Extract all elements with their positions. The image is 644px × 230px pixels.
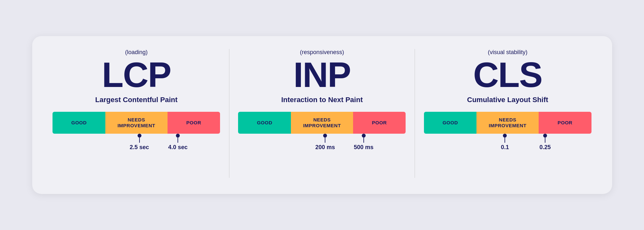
cls-poor-segment: POOR (539, 112, 591, 134)
cls-line-1 (505, 138, 505, 143)
cls-good-segment: GOOD (424, 112, 477, 134)
lcp-needs-segment: NEEDSIMPROVEMENT (105, 112, 168, 134)
inp-needs-segment: NEEDSIMPROVEMENT (291, 112, 353, 134)
inp-scale: GOOD NEEDSIMPROVEMENT POOR 200 ms 500 ms (238, 112, 406, 153)
inp-acronym: INP (293, 57, 351, 92)
inp-scale-bar: GOOD NEEDSIMPROVEMENT POOR (238, 112, 406, 134)
cls-block: (visual stability) CLS Cumulative Layout… (424, 49, 591, 153)
lcp-dot-1 (138, 134, 141, 138)
lcp-line-1 (139, 138, 140, 143)
inp-label-2: 500 ms (354, 144, 373, 151)
lcp-marker-1: 2.5 sec (130, 134, 149, 151)
lcp-markers: 2.5 sec 4.0 sec (53, 134, 220, 153)
cls-markers: 0.1 0.25 (424, 134, 591, 153)
inp-markers: 200 ms 500 ms (238, 134, 406, 153)
inp-line-2 (363, 138, 364, 143)
lcp-good-segment: GOOD (53, 112, 105, 134)
inp-good-segment: GOOD (238, 112, 291, 134)
lcp-label-1: 2.5 sec (130, 144, 149, 151)
main-card: (loading) LCP Largest Contentful Paint G… (32, 36, 612, 194)
inp-line-1 (325, 138, 325, 143)
inp-dot-1 (323, 134, 327, 138)
lcp-label-2: 4.0 sec (168, 144, 187, 151)
cls-marker-2: 0.25 (539, 134, 551, 151)
divider-1 (229, 49, 229, 178)
inp-marker-2: 500 ms (354, 134, 373, 151)
inp-fullname: Interaction to Next Paint (281, 96, 363, 104)
cls-marker-1: 0.1 (501, 134, 509, 151)
cls-label-2: 0.25 (539, 144, 551, 151)
cls-scale-bar: GOOD NEEDSIMPROVEMENT POOR (424, 112, 591, 134)
lcp-line-2 (178, 138, 178, 143)
lcp-scale-bar: GOOD NEEDSIMPROVEMENT POOR (53, 112, 220, 134)
inp-dot-2 (362, 134, 366, 138)
cls-scale: GOOD NEEDSIMPROVEMENT POOR 0.1 0.25 (424, 112, 591, 153)
lcp-dot-2 (176, 134, 180, 138)
lcp-acronym: LCP (102, 57, 171, 92)
cls-fullname: Cumulative Layout Shift (467, 96, 548, 104)
inp-poor-segment: POOR (353, 112, 406, 134)
cls-dot-1 (503, 134, 507, 138)
lcp-block: (loading) LCP Largest Contentful Paint G… (53, 49, 220, 153)
divider-2 (415, 49, 415, 178)
cls-needs-segment: NEEDSIMPROVEMENT (476, 112, 539, 134)
inp-block: (responsiveness) INP Interaction to Next… (238, 49, 406, 153)
cls-acronym: CLS (473, 57, 542, 92)
lcp-fullname: Largest Contentful Paint (95, 96, 178, 104)
lcp-scale: GOOD NEEDSIMPROVEMENT POOR 2.5 sec 4.0 s… (53, 112, 220, 153)
inp-label-1: 200 ms (315, 144, 335, 151)
lcp-poor-segment: POOR (168, 112, 220, 134)
cls-dot-2 (543, 134, 547, 138)
cls-label-1: 0.1 (501, 144, 509, 151)
inp-marker-1: 200 ms (315, 134, 335, 151)
lcp-marker-2: 4.0 sec (168, 134, 187, 151)
cls-line-2 (545, 138, 545, 143)
